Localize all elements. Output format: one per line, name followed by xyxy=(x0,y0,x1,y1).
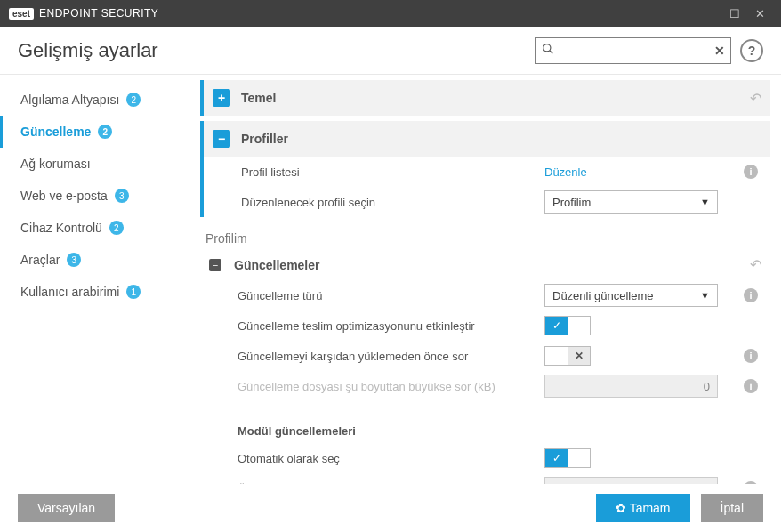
sidebar-item-ui[interactable]: Kullanıcı arabirimi1 xyxy=(0,276,200,308)
row-label: Profil listesi xyxy=(241,165,544,179)
app-name: ENDPOINT SECURITY xyxy=(39,7,158,20)
row-auto-select: Otomatik olarak seç ✓ xyxy=(200,443,770,473)
sidebar-item-label: Kullanıcı arabirimi xyxy=(20,285,119,299)
collapse-icon[interactable]: − xyxy=(213,130,230,148)
row-label: Güncellemeyi karşıdan yüklemeden önce so… xyxy=(238,350,544,363)
content-area: + Temel ↶ − Profiller Profil listesi Düz… xyxy=(200,75,781,484)
section-basic: + Temel ↶ xyxy=(200,80,770,116)
profile-subheader: Profilim xyxy=(200,222,770,249)
group-updates: − Güncellemeler ↶ xyxy=(200,249,770,280)
header-bar: Gelişmiş ayarlar ✕ ? xyxy=(0,27,781,75)
sidebar-item-label: Güncelleme xyxy=(20,125,91,139)
expand-icon[interactable]: + xyxy=(213,89,230,107)
size-input: 0 xyxy=(544,375,718,398)
ok-button[interactable]: ✿ Tamam xyxy=(596,494,690,522)
undo-icon[interactable]: ↶ xyxy=(750,90,761,107)
profile-select[interactable]: Profilim ▼ xyxy=(544,190,718,214)
ask-toggle[interactable]: ✕ xyxy=(544,346,591,366)
sidebar-item-label: Ağ koruması xyxy=(20,157,91,171)
row-label: Güncelleme türü xyxy=(238,289,544,302)
sidebar-badge: 3 xyxy=(67,253,81,267)
sidebar-item-network[interactable]: Ağ koruması xyxy=(0,148,200,180)
sidebar-item-web-email[interactable]: Web ve e-posta3 xyxy=(0,180,200,212)
row-label: Güncelleme dosyası şu boyuttan büyükse s… xyxy=(238,380,544,393)
update-type-select[interactable]: Düzenli güncelleme ▼ xyxy=(544,284,718,307)
search-box[interactable]: ✕ xyxy=(535,37,731,64)
custom-server-input: Otomatik olarak seç xyxy=(544,477,718,484)
section-title: Temel xyxy=(241,91,750,105)
sidebar: Algılama Altyapısı2 Güncelleme2 Ağ korum… xyxy=(0,75,200,484)
select-value: Profilim xyxy=(552,196,700,209)
row-label: Otomatik olarak seç xyxy=(238,452,544,465)
row-delivery-opt: Güncelleme teslim optimizasyonunu etkinl… xyxy=(200,310,770,341)
sidebar-badge: 2 xyxy=(109,221,124,235)
sidebar-badge: 2 xyxy=(126,93,141,107)
row-ask-before-download: Güncellemeyi karşıdan yüklemeden önce so… xyxy=(200,341,770,371)
undo-icon[interactable]: ↶ xyxy=(750,256,761,273)
shield-icon: ✿ xyxy=(616,501,626,515)
cancel-button[interactable]: İptal xyxy=(701,494,763,522)
sidebar-item-label: Cihaz Kontrolü xyxy=(20,221,102,235)
collapse-icon[interactable]: − xyxy=(209,259,221,271)
sidebar-badge: 1 xyxy=(126,285,141,299)
maximize-button[interactable]: ☐ xyxy=(722,0,747,27)
chevron-down-icon: ▼ xyxy=(700,197,710,207)
ok-label: Tamam xyxy=(630,501,671,515)
auto-select-toggle[interactable]: ✓ xyxy=(544,448,591,468)
page-title: Gelişmiş ayarlar xyxy=(18,39,158,62)
sidebar-item-label: Algılama Altyapısı xyxy=(20,93,119,107)
brand-logo: eset xyxy=(9,8,34,20)
info-icon[interactable]: i xyxy=(744,165,758,179)
row-select-profile: Düzenlenecek profili seçin Profilim ▼ xyxy=(204,187,770,217)
section-profiles: − Profiller Profil listesi Düzenle i Düz… xyxy=(200,121,770,217)
sidebar-item-tools[interactable]: Araçlar3 xyxy=(0,244,200,276)
row-label: Güncelleme teslim optimizasyonunu etkinl… xyxy=(238,319,544,333)
select-value: Düzenli güncelleme xyxy=(552,289,700,302)
default-button[interactable]: Varsayılan xyxy=(18,494,115,522)
row-custom-server: Özel sunucu Otomatik olarak seç i xyxy=(200,473,770,484)
search-icon xyxy=(542,43,554,58)
row-profile-list: Profil listesi Düzenle i xyxy=(204,157,770,187)
close-button[interactable]: ✕ xyxy=(747,0,772,27)
sidebar-badge: 3 xyxy=(115,189,129,203)
sidebar-item-label: Araçlar xyxy=(20,253,60,267)
row-label: Düzenlenecek profili seçin xyxy=(241,196,544,209)
module-updates-title: Modül güncellemeleri xyxy=(200,401,770,443)
chevron-down-icon: ▼ xyxy=(700,290,710,301)
group-title: Güncellemeler xyxy=(234,258,750,272)
x-icon: ✕ xyxy=(568,347,590,365)
section-title: Profiller xyxy=(241,132,761,146)
edit-link[interactable]: Düzenle xyxy=(544,165,587,179)
clear-search-icon[interactable]: ✕ xyxy=(714,44,725,58)
info-icon[interactable]: i xyxy=(744,288,758,302)
check-icon: ✓ xyxy=(545,317,568,335)
titlebar: eset ENDPOINT SECURITY ☐ ✕ xyxy=(0,0,781,27)
row-size-threshold: Güncelleme dosyası şu boyuttan büyükse s… xyxy=(200,371,770,401)
sidebar-item-label: Web ve e-posta xyxy=(20,189,108,203)
footer: Varsayılan ✿ Tamam İptal xyxy=(0,484,781,532)
svg-line-1 xyxy=(550,51,553,54)
check-icon: ✓ xyxy=(545,449,568,467)
sidebar-item-device-control[interactable]: Cihaz Kontrolü2 xyxy=(0,212,200,244)
svg-point-0 xyxy=(543,44,551,52)
row-update-type: Güncelleme türü Düzenli güncelleme ▼ i xyxy=(200,280,770,310)
sidebar-item-update[interactable]: Güncelleme2 xyxy=(0,116,200,148)
info-icon[interactable]: i xyxy=(744,379,758,393)
search-input[interactable] xyxy=(560,44,709,57)
info-icon[interactable]: i xyxy=(744,349,758,363)
delivery-opt-toggle[interactable]: ✓ xyxy=(544,316,591,335)
help-button[interactable]: ? xyxy=(740,39,763,62)
sidebar-badge: 2 xyxy=(98,125,112,139)
sidebar-item-detection[interactable]: Algılama Altyapısı2 xyxy=(0,84,200,116)
